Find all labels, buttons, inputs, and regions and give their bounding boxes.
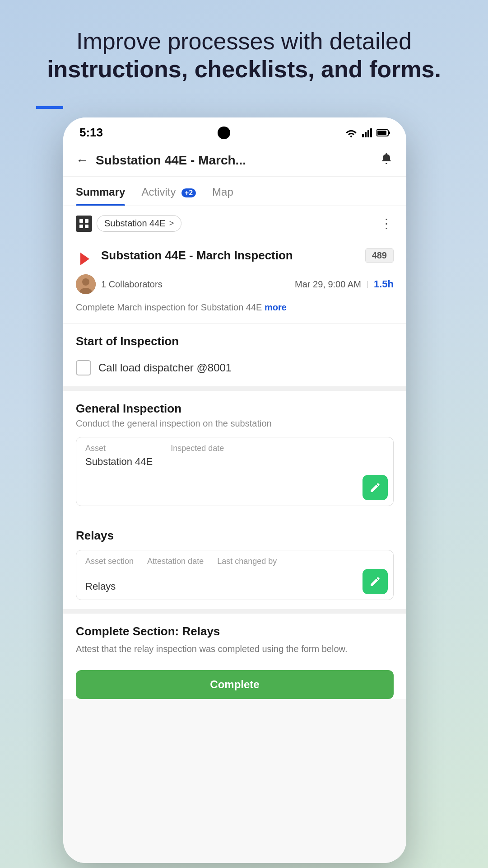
checklist-item: Call load dispatcher @8001 <box>63 353 406 386</box>
bell-icon[interactable] <box>379 151 394 169</box>
start-inspection-section: Start of Inspection <box>63 324 406 353</box>
wifi-icon <box>345 128 358 137</box>
svg-marker-11 <box>80 253 89 265</box>
task-badge: 489 <box>365 248 394 263</box>
breadcrumb-pill[interactable]: Substation 44E > <box>97 215 181 232</box>
svg-rect-10 <box>85 225 88 228</box>
relays-form-header: Asset section Attestation date Last chan… <box>76 550 393 569</box>
svg-rect-3 <box>370 128 372 137</box>
signal-icon <box>362 128 372 137</box>
task-duration: 1.5h <box>374 278 394 290</box>
section-divider <box>63 386 406 391</box>
inspected-date-label: Inspected date <box>171 444 224 453</box>
more-link[interactable]: more <box>265 302 287 312</box>
battery-icon <box>376 129 390 137</box>
attestation-date-label: Attestation date <box>147 557 204 566</box>
activity-badge: +2 <box>181 188 196 197</box>
hero-line2: instructions, checklists, and forms. <box>36 55 452 83</box>
section-divider-2 <box>63 609 406 614</box>
complete-btn-area: Complete <box>63 663 406 699</box>
back-button[interactable]: ← <box>76 153 88 168</box>
asset-form-card: Asset Substation 44E Inspected date <box>76 437 394 506</box>
task-card: Substation 44E - March Inspection 489 1 … <box>63 239 406 324</box>
task-title: Substation 44E - March Inspection <box>101 248 358 263</box>
svg-point-13 <box>82 278 89 286</box>
general-inspection-title: General Inspection <box>76 402 394 416</box>
relays-section: Relays Asset section Attestation date La… <box>63 524 406 609</box>
relays-title: Relays <box>76 529 394 543</box>
svg-rect-1 <box>365 132 367 137</box>
last-changed-field: Last changed by <box>217 557 277 569</box>
checklist-label: Call load dispatcher @8001 <box>98 361 232 374</box>
camera-notch <box>218 127 230 139</box>
complete-section-desc: Attest that the relay inspection was com… <box>76 642 394 656</box>
avatar <box>76 274 96 294</box>
complete-button[interactable]: Complete <box>76 670 394 699</box>
task-header: Substation 44E - March Inspection 489 <box>76 248 394 268</box>
attestation-date-field: Attestation date <box>147 557 204 569</box>
general-inspection-desc: Conduct the general inspection on the su… <box>76 418 394 429</box>
svg-rect-8 <box>85 219 88 223</box>
asset-section-label: Asset section <box>85 557 134 566</box>
asset-field-label: Asset <box>85 444 153 453</box>
svg-rect-2 <box>367 130 369 137</box>
play-icon <box>76 250 94 268</box>
asset-section-field: Asset section <box>85 557 134 569</box>
task-date: Mar 29, 9:00 AM <box>295 279 361 290</box>
complete-section: Complete Section: Relays Attest that the… <box>63 614 406 663</box>
svg-rect-0 <box>362 134 364 137</box>
relays-form-footer: Relays <box>76 569 393 600</box>
complete-section-title: Complete Section: Relays <box>76 624 394 638</box>
status-icons <box>345 128 390 137</box>
start-inspection-title: Start of Inspection <box>76 334 394 348</box>
grid-icon <box>76 216 92 232</box>
nav-bar: ← Substation 44E - March... <box>63 144 406 177</box>
tabs-bar: Summary Activity +2 Map <box>63 177 406 206</box>
tab-activity[interactable]: Activity +2 <box>141 177 196 206</box>
svg-rect-9 <box>79 225 83 228</box>
tab-summary[interactable]: Summary <box>76 177 125 206</box>
status-bar: 5:13 <box>63 117 406 144</box>
edit-relays-button[interactable] <box>363 569 388 594</box>
checkbox[interactable] <box>76 360 91 375</box>
asset-form-header: Asset Substation 44E Inspected date <box>76 437 393 475</box>
edit-asset-button[interactable] <box>363 475 388 500</box>
form-card-edit <box>76 475 393 506</box>
hero-line1: Improve processes with detailed <box>36 27 452 55</box>
relays-form-card: Asset section Attestation date Last chan… <box>76 550 394 600</box>
breadcrumb-row: Substation 44E > ⋮ <box>63 206 406 239</box>
svg-rect-6 <box>377 131 386 135</box>
task-description: Complete March inspection for Substation… <box>76 300 394 314</box>
task-meta: 1 Collaborators Mar 29, 9:00 AM | 1.5h <box>76 274 394 294</box>
inspected-date-field: Inspected date <box>171 444 224 475</box>
nav-title: Substation 44E - March... <box>96 153 379 168</box>
svg-rect-7 <box>79 219 83 223</box>
breadcrumb: Substation 44E > <box>76 215 181 232</box>
status-time: 5:13 <box>79 126 103 140</box>
phone-mockup: 5:13 ← Substation 44E - March... <box>63 117 406 863</box>
more-options-button[interactable]: ⋮ <box>380 216 394 231</box>
content-area: Substation 44E > ⋮ Substation 44E - Marc… <box>63 206 406 863</box>
collaborators-text: 1 Collaborators <box>101 279 163 290</box>
blue-accent-bar <box>36 106 63 109</box>
tab-map[interactable]: Map <box>212 177 233 206</box>
breadcrumb-chevron: > <box>169 219 174 228</box>
meta-separator: | <box>367 280 368 288</box>
general-inspection-section: General Inspection Conduct the general i… <box>63 391 406 524</box>
asset-field: Asset Substation 44E <box>85 444 153 475</box>
breadcrumb-name: Substation 44E <box>104 218 166 229</box>
svg-rect-5 <box>388 131 390 134</box>
relays-value: Relays <box>76 578 125 600</box>
asset-field-value: Substation 44E <box>85 456 153 475</box>
last-changed-label: Last changed by <box>217 557 277 566</box>
hero-section: Improve processes with detailed instruct… <box>0 0 488 102</box>
